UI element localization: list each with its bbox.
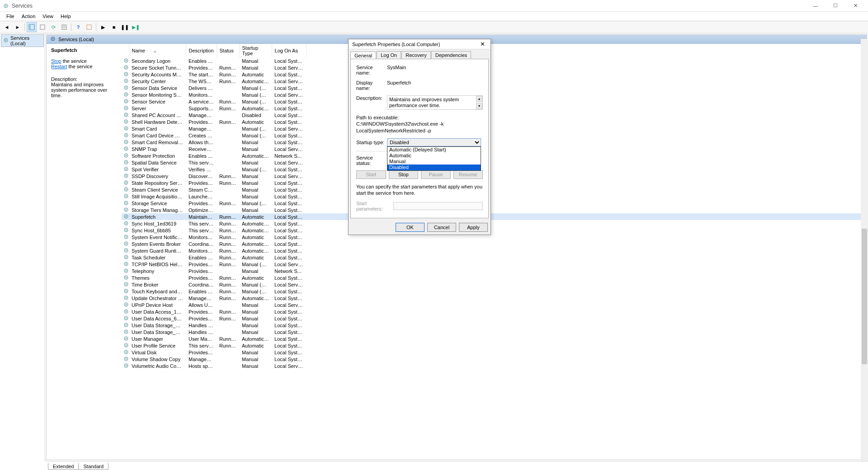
table-row[interactable]: Smart Card Removal PolicyAllows the s...…	[122, 139, 867, 146]
table-row[interactable]: User Data Access_1ed3619Provides ap...Ru…	[122, 308, 867, 315]
table-row[interactable]: Storage ServiceProvides en...RunningManu…	[122, 200, 867, 207]
table-row[interactable]: Secondary LogonEnables star...ManualLoca…	[122, 57, 867, 64]
table-row[interactable]: User ManagerUser Manag...RunningAutomati…	[122, 335, 867, 342]
forward-button[interactable]: ►	[13, 22, 23, 32]
close-button[interactable]: ✕	[845, 0, 865, 12]
restart-service-button[interactable]: ▶❚	[131, 22, 141, 32]
start-params-input[interactable]	[393, 202, 483, 210]
option-automatic[interactable]: Automatic	[387, 153, 481, 159]
dialog-close-button[interactable]: ✕	[478, 41, 487, 47]
pause-service-button[interactable]: ❚❚	[120, 22, 130, 32]
table-row[interactable]: Spot VerifierVerifies pote...Manual (Tri…	[122, 166, 867, 173]
table-row[interactable]: TelephonyProvides Tel...ManualNetwork S.…	[122, 268, 867, 274]
table-row[interactable]: User Data Storage_1ed3619Handles sto...M…	[122, 322, 867, 329]
table-row[interactable]: User Data Access_6bb85Provides ap...Runn…	[122, 315, 867, 322]
scroll-down-icon[interactable]: ▾	[476, 103, 482, 109]
col-name[interactable]: Name▴	[129, 44, 186, 57]
menu-action[interactable]: Action	[18, 13, 39, 20]
table-row[interactable]: Sensor Monitoring ServiceMonitors va...M…	[122, 91, 867, 98]
start-button[interactable]: Start	[356, 170, 386, 179]
table-row[interactable]: Update Orchestrator ServiceManages W...R…	[122, 295, 867, 301]
table-row[interactable]: Sensor ServiceA service fo...RunningManu…	[122, 98, 867, 105]
startup-type-select[interactable]: Disabled	[387, 138, 481, 146]
table-row[interactable]: Security CenterThe WSCSV...RunningAutoma…	[122, 78, 867, 85]
menu-file[interactable]: File	[3, 13, 18, 20]
table-row[interactable]: Storage Tiers ManagementOptimizes t...Ma…	[122, 207, 867, 213]
scrollbar-thumb[interactable]	[862, 229, 867, 364]
table-row[interactable]: Steam Client ServiceSteam Clien...Manual…	[122, 186, 867, 193]
properties-button[interactable]	[59, 22, 69, 32]
pause-button[interactable]: Pause	[421, 170, 451, 179]
description-box[interactable]: Maintains and improves system performanc…	[387, 95, 483, 110]
table-row[interactable]: SNMP TrapReceives tra...ManualLocal Serv…	[122, 146, 867, 152]
stop-button[interactable]: Stop	[389, 170, 419, 179]
table-row[interactable]: Smart Card Device Enumera...Creates soft…	[122, 132, 867, 139]
export-list-button[interactable]	[38, 22, 47, 32]
ok-button[interactable]: OK	[396, 223, 425, 232]
back-button[interactable]: ◄	[2, 22, 12, 32]
tree-root-item[interactable]: Services (Local)	[1, 34, 44, 47]
table-row[interactable]: Volumetric Audio Composit...Hosts spatia…	[122, 362, 867, 369]
table-row[interactable]: User Profile ServiceThis service ...Runn…	[122, 342, 867, 349]
cancel-button[interactable]: Cancel	[427, 223, 456, 232]
table-row[interactable]: State Repository ServiceProvides re...Ru…	[122, 179, 867, 186]
table-row[interactable]: Shared PC Account ManagerManages pr...Di…	[122, 112, 867, 118]
table-row[interactable]: System Events BrokerCoordinates...Runnin…	[122, 240, 867, 247]
table-row[interactable]: Sync Host_6bb85This service ...RunningAu…	[122, 227, 867, 234]
table-row[interactable]: Sync Host_1ed3619This service ...Running…	[122, 220, 867, 227]
table-row[interactable]: Sensor Data ServiceDelivers dat...Manual…	[122, 85, 867, 91]
col-description[interactable]: Description	[186, 44, 217, 57]
refresh-button[interactable]: ⟳	[48, 22, 58, 32]
table-row[interactable]: SSDP DiscoveryDiscovers n...RunningManua…	[122, 173, 867, 179]
maximize-button[interactable]: ☐	[826, 0, 845, 12]
restart-link[interactable]: Restart	[51, 64, 67, 69]
start-service-button[interactable]: ▶	[98, 22, 108, 32]
table-row[interactable]: Volume Shadow CopyManages an...ManualLoc…	[122, 356, 867, 362]
toolbar-button[interactable]	[84, 22, 94, 32]
table-row[interactable]: Spatial Data ServiceThis service ...Manu…	[122, 159, 867, 166]
table-row[interactable]: Security Accounts ManagerThe startup ...…	[122, 71, 867, 78]
show-hide-tree-button[interactable]	[27, 22, 37, 32]
table-row[interactable]: TCP/IP NetBIOS HelperProvides su...Runni…	[122, 261, 867, 268]
scroll-up-icon[interactable]: ▴	[476, 96, 482, 102]
table-row[interactable]: Still Image Acquisition EventsLaunches a…	[122, 193, 867, 200]
option-disabled[interactable]: Disabled	[387, 164, 481, 170]
tab-dependencies[interactable]: Dependencies	[431, 51, 471, 59]
table-row[interactable]: Software ProtectionEnables the ...Automa…	[122, 152, 867, 159]
tab-extended[interactable]: Extended	[48, 463, 79, 470]
col-startup[interactable]: Startup Type	[239, 44, 272, 57]
table-row[interactable]: System Event Notification S...Monitors s…	[122, 234, 867, 240]
help-button[interactable]: ?	[73, 22, 83, 32]
apply-button[interactable]: Apply	[459, 223, 488, 232]
menu-view[interactable]: View	[39, 13, 57, 20]
option-auto-delayed[interactable]: Automatic (Delayed Start)	[387, 147, 481, 153]
table-row[interactable]: Smart CardManages ac...Manual (Trig...Lo…	[122, 125, 867, 132]
table-row[interactable]: Touch Keyboard and Hand...Enables Tou...…	[122, 288, 867, 295]
table-row[interactable]: SuperfetchMaintains a...RunningAutomatic…	[122, 213, 867, 220]
table-row[interactable]: UPnP Device HostAllows UPn...ManualLocal…	[122, 301, 867, 308]
table-row[interactable]: ServerSupports fil...RunningAutomatic (T…	[122, 105, 867, 112]
table-row[interactable]: Time BrokerCoordinates...RunningManual (…	[122, 281, 867, 288]
col-logon[interactable]: Log On As	[272, 44, 306, 57]
tab-recovery[interactable]: Recovery	[401, 51, 430, 59]
stop-link[interactable]: Stop	[51, 58, 61, 64]
tab-general[interactable]: General	[350, 52, 376, 59]
minimize-button[interactable]: —	[806, 0, 826, 12]
vertical-scrollbar[interactable]	[861, 39, 868, 461]
col-status[interactable]: Status	[217, 44, 239, 57]
table-row[interactable]: Shell Hardware DetectionProvides no...Ru…	[122, 118, 867, 125]
table-row[interactable]: Task SchedulerEnables a us...RunningAuto…	[122, 254, 867, 261]
menu-help[interactable]: Help	[57, 13, 75, 20]
tab-logon[interactable]: Log On	[377, 51, 401, 59]
stop-service-button[interactable]: ■	[109, 22, 119, 32]
resume-button[interactable]: Resume	[453, 170, 483, 179]
table-row[interactable]: ThemesProvides us...RunningAutomaticLoca…	[122, 274, 867, 281]
list-pane[interactable]: Name▴ Description Status Startup Type Lo…	[122, 44, 867, 460]
tab-standard[interactable]: Standard	[78, 463, 108, 470]
table-row[interactable]: Secure Socket Tunneling Pr...Provides su…	[122, 64, 867, 71]
dialog-titlebar[interactable]: Superfetch Properties (Local Computer) ✕	[349, 39, 491, 49]
table-row[interactable]: System Guard Runtime Mo...Monitors an...…	[122, 247, 867, 254]
table-row[interactable]: Virtual DiskProvides m...ManualLocal Sys…	[122, 349, 867, 356]
option-manual[interactable]: Manual	[387, 159, 481, 164]
table-row[interactable]: User Data Storage_6bb85Handles sto...Man…	[122, 329, 867, 335]
